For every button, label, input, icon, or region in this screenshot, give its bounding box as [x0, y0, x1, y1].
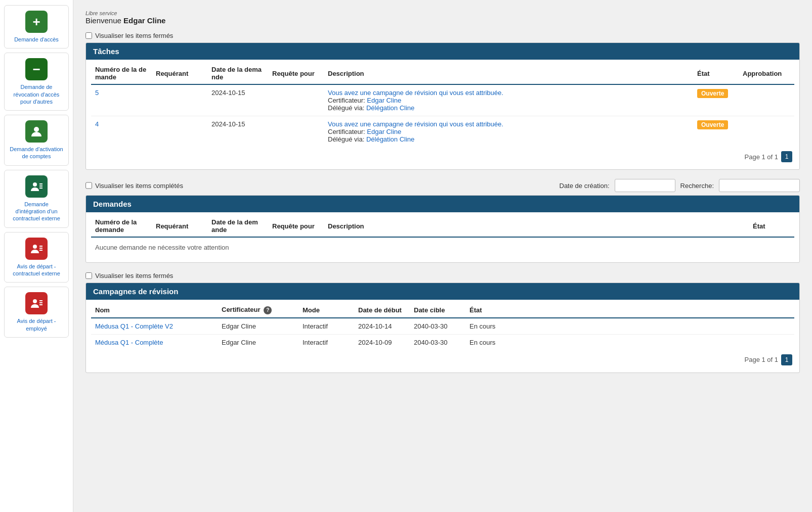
svg-point-9 [33, 299, 37, 303]
demandes-filter-row: Visualiser les items complétés Date de c… [86, 179, 800, 192]
campagnes-panel: Campagnes de révision Nom Certificateur … [86, 283, 800, 373]
campagne-date-cible-0: 2040-03-30 [410, 318, 465, 335]
taches-page-text: Page 1 of 1 [745, 153, 779, 161]
campagnes-page-1-button[interactable]: 1 [781, 354, 792, 365]
demandes-empty-message: Aucune demande ne nécessite votre attent… [91, 237, 794, 257]
sidebar-item-label: Demande de révocation d'accès pour d'aut… [9, 83, 64, 105]
taches-requerant-1 [152, 116, 207, 148]
campagnes-checkbox-text: Visualiser les items fermés [95, 272, 173, 280]
delegue-link-1[interactable]: Délégation Cline [366, 135, 414, 143]
svg-point-5 [33, 245, 37, 249]
taches-row-0: 5 2024-10-15 Vous avez une campagne de r… [91, 84, 794, 116]
sidebar-item-avis-depart-employe[interactable]: Avis de départ - employé [4, 287, 69, 338]
sidebar-item-label: Avis de départ - employé [9, 317, 64, 332]
demandes-empty-row: Aucune demande ne nécessite votre attent… [91, 237, 794, 257]
sidebar-item-avis-depart-contractuel[interactable]: Avis de départ - contractuel externe [4, 232, 69, 283]
taches-panel-header: Tâches [86, 43, 799, 60]
taches-panel-body: Numéro de la demande Requérant Date de l… [86, 62, 799, 169]
depart-contractuel-icon [25, 238, 48, 260]
plus-icon: + [25, 11, 48, 33]
desc-line1-1[interactable]: Vous avez une campagne de révision qui v… [328, 120, 503, 128]
col-date-debut: Date de début [354, 302, 410, 318]
taches-numero-1[interactable]: 4 [91, 116, 152, 148]
col-approbation: Approbation [739, 62, 794, 84]
sidebar-item-demande-acces[interactable]: + Demande d'accès [4, 5, 69, 49]
taches-pagination: Page 1 of 1 1 [91, 147, 794, 164]
taches-description-1: Vous avez une campagne de révision qui v… [324, 116, 693, 148]
integration-icon [25, 175, 48, 198]
svg-point-1 [33, 182, 37, 187]
page-subtitle: Libre service [86, 10, 800, 16]
campagne-nom-0[interactable]: Médusa Q1 - Complète V2 [91, 318, 218, 335]
campagne-date-debut-0: 2024-10-14 [354, 318, 410, 335]
sidebar-item-demande-activation[interactable]: Demande d'activation de comptes [4, 115, 69, 166]
campagnes-visualiser-checkbox-label[interactable]: Visualiser les items fermés [86, 272, 800, 280]
campagnes-panel-header: Campagnes de révision [86, 283, 799, 300]
campagne-mode-1: Interactif [298, 334, 354, 350]
campagnes-panel-body: Nom Certificateur ? Mode Date de début D… [86, 302, 799, 373]
demandes-visualiser-checkbox[interactable] [86, 179, 92, 192]
sidebar: + Demande d'accès − Demande de révocatio… [0, 0, 73, 512]
campagne-certificateur-1: Edgar Cline [218, 334, 298, 350]
taches-etat-1: Ouverte [693, 116, 739, 148]
taches-approbation-1 [739, 116, 794, 148]
taches-requete-1 [268, 116, 324, 148]
col-etat-c: État [465, 302, 794, 318]
recherche-input[interactable] [719, 179, 800, 192]
date-creation-label: Date de création: [560, 182, 610, 190]
certificateur-link-1[interactable]: Edgar Cline [367, 128, 401, 135]
campagnes-panel-title: Campagnes de révision [93, 287, 178, 296]
col-numero-demande: Numéro de la demande [91, 62, 152, 84]
taches-row-1: 4 2024-10-15 Vous avez une campagne de r… [91, 116, 794, 148]
etat-badge-1: Ouverte [697, 120, 728, 129]
demandes-visualiser-checkbox-label[interactable]: Visualiser les items complétés [86, 179, 183, 192]
col-etat: État [693, 62, 739, 84]
col-date-demande: Date de la demande [207, 62, 268, 84]
sidebar-item-label: Demande d'accès [14, 36, 59, 43]
etat-badge-0: Ouverte [697, 89, 728, 98]
taches-requerant-0 [152, 84, 207, 116]
page-header: Libre service Bienvenue Edgar Cline [86, 10, 800, 25]
taches-panel-title: Tâches [93, 47, 119, 56]
col-requerant-d: Requérant [152, 214, 207, 237]
taches-visualiser-checkbox[interactable] [86, 32, 92, 39]
demandes-table: Numéro de lademande Requérant Date de la… [91, 214, 794, 257]
taches-page-1-button[interactable]: 1 [781, 151, 792, 162]
col-description: Description [324, 62, 693, 84]
recherche-label: Recherche: [680, 182, 714, 190]
col-requerant: Requérant [152, 62, 207, 84]
taches-approbation-0 [739, 84, 794, 116]
delegue-link-0[interactable]: Délégation Cline [366, 104, 414, 112]
sidebar-item-demande-revocation[interactable]: − Demande de révocation d'accès pour d'a… [4, 53, 69, 111]
certificateur-help-icon[interactable]: ? [264, 306, 272, 314]
title-prefix: Bienvenue [86, 16, 123, 25]
campagne-etat-1: En cours [465, 334, 794, 350]
svg-point-0 [34, 127, 39, 132]
certificateur-link-0[interactable]: Edgar Cline [367, 97, 401, 104]
campagnes-row-1: Médusa Q1 - Complète Edgar Cline Interac… [91, 334, 794, 350]
taches-table: Numéro de la demande Requérant Date de l… [91, 62, 794, 147]
campagne-date-cible-1: 2040-03-30 [410, 334, 465, 350]
col-numero-demande-d: Numéro de lademande [91, 214, 152, 237]
demandes-checkbox-text: Visualiser les items complétés [95, 182, 183, 190]
col-requete-pour: Requête pour [268, 62, 324, 84]
page-title: Bienvenue Edgar Cline [86, 16, 800, 25]
depart-employe-icon [25, 292, 48, 314]
campagne-nom-1[interactable]: Médusa Q1 - Complète [91, 334, 218, 350]
date-creation-input[interactable] [615, 179, 675, 192]
title-name: Edgar Cline [123, 16, 165, 25]
col-mode: Mode [298, 302, 354, 318]
campagnes-visualiser-checkbox[interactable] [86, 272, 92, 279]
col-certificateur: Certificateur ? [218, 302, 298, 318]
sidebar-item-label: Avis de départ - contractuel externe [9, 263, 64, 277]
desc-line1-0[interactable]: Vous avez une campagne de révision qui v… [328, 89, 503, 97]
taches-panel: Tâches Numéro de la demande Requérant Da… [86, 42, 800, 170]
sidebar-item-demande-integration[interactable]: Demande d'intégration d'un contractuel e… [4, 170, 69, 228]
demandes-panel-title: Demandes [93, 200, 132, 208]
taches-numero-0[interactable]: 5 [91, 84, 152, 116]
col-etat-d: État [749, 214, 794, 237]
taches-etat-0: Ouverte [693, 84, 739, 116]
taches-visualiser-checkbox-label[interactable]: Visualiser les items fermés [86, 32, 800, 39]
col-date-cible: Date cible [410, 302, 465, 318]
col-description-d: Description [324, 214, 749, 237]
